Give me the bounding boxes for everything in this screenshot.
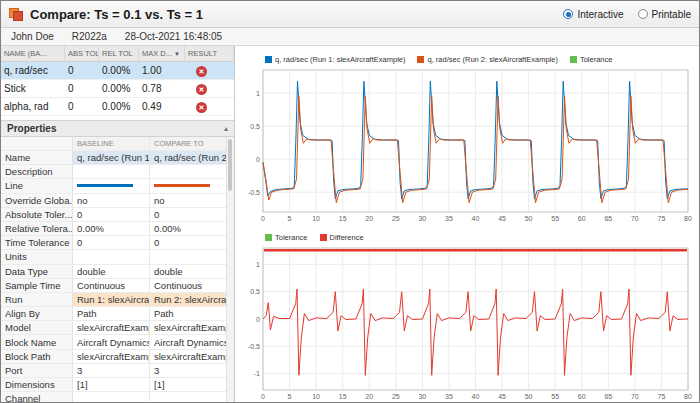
svg-text:5: 5 — [288, 393, 292, 400]
view-mode-radios: Interactive Printable — [563, 9, 691, 20]
property-compare-value[interactable] — [150, 165, 227, 178]
property-compare-value[interactable]: double — [150, 265, 227, 278]
property-baseline-value[interactable]: slexAircraftExamp... — [73, 350, 150, 363]
property-baseline-value[interactable] — [73, 165, 150, 178]
svg-text:15: 15 — [339, 393, 347, 400]
legend-item[interactable]: q, rad/sec (Run 1: slexAircraftExample) — [265, 55, 405, 64]
property-baseline-value[interactable]: 0 — [73, 236, 150, 249]
property-baseline-value[interactable]: Aircraft Dynamics ... — [73, 335, 150, 348]
property-row: Channel — [1, 392, 234, 402]
legend-item[interactable]: q, rad/sec (Run 2: slexAircraftExample) — [417, 55, 557, 64]
properties-scrollbar[interactable] — [226, 137, 234, 402]
property-compare-value[interactable]: 0 — [150, 208, 227, 221]
properties-column-header: COMPARE TO — [150, 137, 227, 150]
property-compare-value[interactable]: Path — [150, 307, 227, 320]
svg-text:1: 1 — [256, 90, 260, 97]
scrollbar-thumb[interactable] — [228, 139, 232, 191]
property-compare-value[interactable]: [1] — [150, 378, 227, 391]
property-row: Absolute Toler...00 — [1, 208, 234, 222]
signals-chart-plot[interactable]: 05101520253035404550556065707580-0.500.5… — [239, 66, 694, 226]
legend-label: q, rad/sec (Run 1: slexAircraftExample) — [275, 55, 405, 64]
radio-unselected-icon[interactable] — [638, 9, 648, 19]
results-row[interactable]: q, rad/sec00.00%1.00✕ — [1, 62, 234, 80]
svg-text:10: 10 — [312, 215, 320, 222]
svg-text:0.5: 0.5 — [250, 123, 260, 130]
property-baseline-value[interactable]: 0.00% — [73, 222, 150, 235]
difference-chart: ToleranceDifference 05101520253035404550… — [239, 226, 695, 402]
abs-tol-cell: 0 — [65, 65, 99, 76]
max-diff-cell: 0.78 — [139, 83, 185, 94]
property-baseline-value[interactable] — [73, 250, 150, 263]
property-baseline-value[interactable]: 3 — [73, 364, 150, 377]
property-baseline-value[interactable]: q, rad/sec (Run 1:... — [73, 151, 150, 164]
legend-item[interactable]: Tolerance — [265, 233, 308, 242]
svg-text:70: 70 — [631, 393, 639, 400]
property-row: Align ByPathPath — [1, 307, 234, 321]
results-row[interactable]: Stick00.00%0.78✕ — [1, 80, 234, 98]
results-column-header[interactable]: ABS TOL — [65, 46, 99, 61]
property-baseline-value[interactable]: [1] — [73, 378, 150, 391]
rel-tol-cell: 0.00% — [99, 83, 139, 94]
property-compare-value[interactable]: slexAircraftExample — [150, 321, 227, 334]
property-baseline-value[interactable]: slexAircraftExample — [73, 321, 150, 334]
property-baseline-value[interactable]: Continuous — [73, 279, 150, 292]
svg-text:30: 30 — [418, 215, 426, 222]
property-row: Port33 — [1, 364, 234, 378]
property-compare-value[interactable]: no — [150, 194, 227, 207]
svg-text:0: 0 — [261, 215, 265, 222]
property-row: Block PathslexAircraftExamp...slexAircra… — [1, 350, 234, 364]
line-style-cell[interactable] — [73, 179, 150, 192]
radio-interactive[interactable]: Interactive — [563, 9, 623, 20]
properties-table: BASELINECOMPARE TONameq, rad/sec (Run 1:… — [1, 137, 234, 402]
legend-swatch-icon — [265, 234, 272, 241]
legend-item[interactable]: Difference — [320, 233, 364, 242]
property-row: RunRun 1: slexAircraft...Run 2: slexAirc… — [1, 293, 234, 307]
radio-printable[interactable]: Printable — [638, 9, 691, 20]
property-compare-value[interactable] — [150, 392, 227, 402]
property-compare-value[interactable] — [150, 250, 227, 263]
rel-tol-cell: 0.00% — [99, 101, 139, 112]
radio-selected-icon[interactable] — [563, 9, 573, 19]
legend-item[interactable]: Tolerance — [570, 55, 613, 64]
property-compare-value[interactable]: Aircraft Dynamics ... — [150, 335, 227, 348]
property-label: Line — [1, 179, 73, 192]
property-compare-value[interactable]: 3 — [150, 364, 227, 377]
properties-header-row: BASELINECOMPARE TO — [1, 137, 234, 151]
svg-text:50: 50 — [525, 393, 533, 400]
property-compare-value[interactable]: Continuous — [150, 279, 227, 292]
line-style-cell[interactable] — [150, 179, 227, 192]
properties-section-header[interactable]: Properties ▴ — [1, 120, 234, 137]
property-baseline-value[interactable]: double — [73, 265, 150, 278]
property-baseline-value[interactable] — [73, 392, 150, 402]
svg-text:40: 40 — [472, 393, 480, 400]
results-column-header[interactable]: RESULT — [185, 46, 234, 61]
results-column-header[interactable]: MAX D...▼ — [139, 46, 185, 61]
difference-chart-plot[interactable]: 05101520253035404550556065707580-1-0.500… — [239, 244, 694, 402]
property-compare-value[interactable]: 0.00% — [150, 222, 227, 235]
property-row: Line — [1, 179, 234, 193]
property-baseline-value[interactable]: Run 1: slexAircraft... — [73, 293, 150, 306]
comparison-results-table: NAME (BA...ABS TOLREL TOLMAX D...▼RESULT… — [1, 46, 234, 120]
sdi-compare-window: Compare: Ts = 0.1 vs. Ts = 1 Interactive… — [0, 0, 700, 403]
property-baseline-value[interactable]: Path — [73, 307, 150, 320]
collapse-icon[interactable]: ▴ — [224, 124, 228, 133]
results-table-header: NAME (BA...ABS TOLREL TOLMAX D...▼RESULT — [1, 46, 234, 62]
property-compare-value[interactable]: q, rad/sec (Run 2:... — [150, 151, 227, 164]
signal-name-cell: q, rad/sec — [1, 65, 65, 76]
property-compare-value[interactable]: Run 2: slexAircraft... — [150, 293, 227, 306]
property-compare-value[interactable]: 0 — [150, 236, 227, 249]
results-row[interactable]: alpha, rad00.00%0.49✕ — [1, 98, 234, 116]
timestamp: 28-Oct-2021 16:48:05 — [125, 31, 222, 42]
sort-desc-icon: ▼ — [174, 51, 180, 57]
svg-text:1: 1 — [256, 261, 260, 268]
results-column-header[interactable]: REL TOL — [99, 46, 139, 61]
results-column-header[interactable]: NAME (BA... — [1, 46, 65, 61]
abs-tol-cell: 0 — [65, 101, 99, 112]
svg-text:0: 0 — [256, 316, 260, 323]
property-baseline-value[interactable]: no — [73, 194, 150, 207]
property-baseline-value[interactable]: 0 — [73, 208, 150, 221]
svg-text:65: 65 — [604, 393, 612, 400]
result-cell: ✕ — [185, 83, 234, 95]
left-panel: NAME (BA...ABS TOLREL TOLMAX D...▼RESULT… — [1, 46, 235, 402]
property-compare-value[interactable]: slexAircraftExamp... — [150, 350, 227, 363]
